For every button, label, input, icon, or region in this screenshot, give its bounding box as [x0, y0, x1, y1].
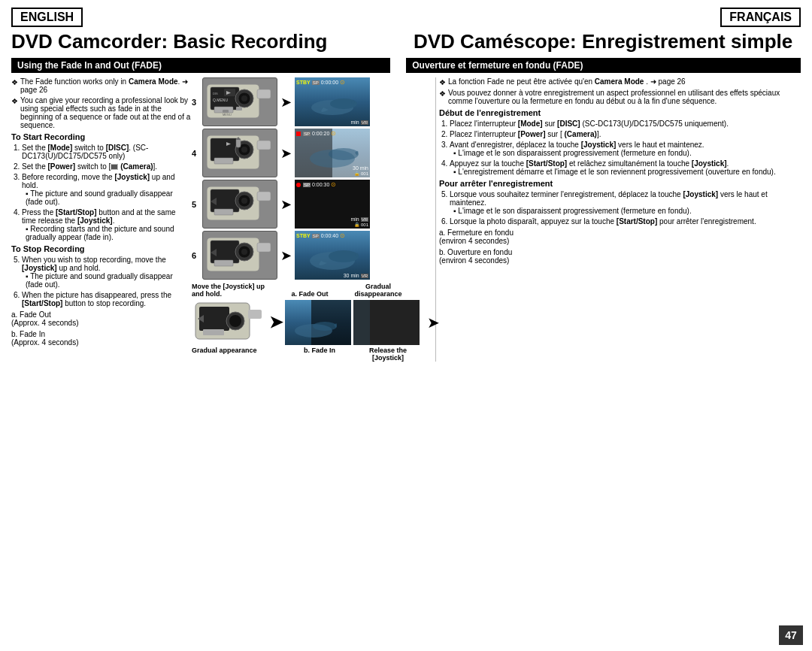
sub-list: The picture and sound gradually disappea…	[22, 189, 192, 206]
svg-text:Q.MENU: Q.MENU	[213, 98, 228, 102]
list-item: Placez l'interrupteur [Power] sur [ (Cam…	[450, 130, 801, 138]
sub-list-item: The picture and sound gradually disappea…	[26, 189, 192, 206]
hud-rec-4: SP 0:00:20 ⊙	[296, 130, 336, 137]
to-stop-heading: To Stop Recording	[11, 244, 192, 253]
svg-rect-21	[257, 141, 271, 150]
bullet-diamond: ❖	[11, 78, 18, 94]
video-screen-4: SP 0:00:20 ⊙ 30 min 🔒 001	[295, 129, 370, 177]
bullet-text: La fonction Fade ne peut être activée qu…	[448, 77, 686, 86]
svg-rect-41	[257, 243, 271, 252]
fade-in-label: b. Fade In(Approx. 4 seconds)	[11, 330, 192, 347]
gradual-disappear-label: Gradual disappearance	[345, 283, 411, 298]
page-number-badge: 47	[779, 625, 803, 645]
svg-point-40	[241, 249, 247, 255]
page: ENGLISH FRANÇAIS DVD Camcorder: Basic Re…	[0, 0, 812, 651]
english-bullet-1: ❖ The Fade function works only in Camera…	[11, 77, 192, 94]
arrow-right-4: ➤	[280, 145, 292, 162]
cam-row-5: 5 ➤	[192, 180, 432, 229]
cam-row-3: 3 Q.MENU DIS	[192, 77, 432, 126]
svg-rect-34	[214, 209, 233, 215]
french-bullet-2: ❖ Vous pouvez donner à votre enregistrem…	[439, 89, 801, 105]
list-item: Press the [Start/Stop] button and at the…	[22, 208, 192, 241]
gradual-appearance-label: Gradual appearance	[192, 347, 267, 362]
debut-list: Placez l'interrupteur [Mode] sur [DISC] …	[439, 120, 801, 176]
bottom-img-row: ➤ ➤	[192, 299, 432, 346]
list-item: Set the [Mode] switch to [DISC]. (SC-DC1…	[22, 144, 192, 160]
video-screen-6: STBY SP 0:00:40 ⊙ 30 min VR	[295, 231, 370, 280]
sub-list: L'image et le son disparaissent progress…	[450, 149, 801, 157]
fr-fade-b-label: b. Ouverture en fondu(environ 4 secondes…	[439, 248, 801, 265]
joystick-label: Move the [Joystick] up and hold.	[192, 283, 274, 298]
cam-row-6: 6 ➤	[192, 231, 432, 280]
hud-bottom-4: 30 min 🔒 001	[353, 165, 368, 176]
left-text-column: ❖ The Fade function works only in Camera…	[11, 77, 192, 362]
arreter-list: Lorsque vous souhaitez terminer l'enregi…	[439, 190, 801, 226]
english-label: ENGLISH	[11, 8, 83, 27]
svg-rect-17	[211, 138, 239, 161]
bottom-images-section: Move the [Joystick] up and hold. a. Fade…	[192, 283, 432, 362]
french-bullet-1: ❖ La fonction Fade ne peut être activée …	[439, 77, 801, 86]
bottom-label-row: Move the [Joystick] up and hold. a. Fade…	[192, 283, 432, 298]
arreter-heading: Pour arrêter l'enregistrement	[439, 179, 801, 188]
hud-rec-5: SP 0:00:30 ⊙	[296, 181, 336, 188]
bullet-text: The Fade function works only in Camera M…	[20, 77, 192, 94]
english-section-header: Using the Fade In and Out (FADE)	[11, 58, 390, 73]
list-item: Avant d'enregistrer, déplacez la touche …	[450, 141, 801, 157]
step-num-4: 4	[192, 149, 202, 158]
arrow-right-6: ➤	[280, 247, 292, 264]
sub-list-item: Recording starts and the picture and sou…	[26, 225, 192, 241]
fade-in-b-label: b. Fade In	[286, 347, 353, 362]
cam-row-4: 4 ➤	[192, 129, 432, 177]
list-item: Set the [Power] switch to [ (Camera)].	[22, 162, 192, 171]
step-num-5: 5	[192, 200, 202, 209]
arrow-right-3: ➤	[280, 94, 292, 111]
english-bullet-2: ❖ You can give your recording a professi…	[11, 96, 192, 129]
camera-bottom-svg	[192, 299, 267, 346]
svg-text:DIS: DIS	[213, 92, 218, 95]
svg-point-4	[241, 95, 247, 101]
sub-list: L'image et le son disparaissent progress…	[450, 207, 801, 215]
svg-point-32	[241, 198, 247, 204]
video-screen-3: STBY SP 0:00:00 ⊙ min VR	[295, 77, 370, 126]
right-arrow-indicator: ➤	[427, 313, 440, 332]
bottom-camera-img	[192, 299, 267, 346]
french-label: FRANÇAIS	[720, 8, 801, 27]
to-start-list: Set the [Mode] switch to [DISC]. (SC-DC1…	[11, 144, 192, 241]
english-title: DVD Camcorder: Basic Recording	[11, 30, 406, 53]
fade-out-label: a. Fade Out(Approx. 4 seconds)	[11, 310, 192, 327]
svg-rect-42	[214, 260, 233, 266]
camera-graphic	[203, 232, 275, 279]
svg-point-49	[229, 315, 241, 327]
camera-image-6	[202, 231, 277, 280]
arrow-right-5: ➤	[280, 196, 292, 213]
svg-rect-33	[257, 192, 271, 201]
bottom-img-fadeout	[285, 300, 351, 345]
camera-graphic: Q.MENU DIS MENU	[203, 78, 275, 126]
sub-list-item: L'image et le son disparaissent progress…	[453, 207, 801, 215]
sub-list-item: The picture and sound gradually disappea…	[26, 272, 192, 289]
sub-list-item: L'image et le son disparaissent progress…	[453, 149, 801, 157]
list-item: When you wish to stop recording, move th…	[22, 256, 192, 289]
hud-stby-6: STBY SP 0:00:40 ⊙	[296, 232, 345, 239]
svg-rect-50	[248, 310, 262, 319]
list-item: Before recording, move the [Joystick] up…	[22, 173, 192, 206]
sub-list: L'enregistrement démarre et l'image et l…	[450, 168, 801, 176]
svg-rect-5	[257, 89, 271, 98]
list-item: Appuyez sur la touche [Start/Stop] et re…	[450, 159, 801, 176]
dolphin-fadeout	[287, 311, 347, 341]
camera-graphic	[203, 129, 275, 177]
video-screen-5: SP 0:00:30 ⊙ min VR 🔒 001	[295, 180, 370, 229]
to-stop-list: When you wish to stop recording, move th…	[11, 256, 192, 307]
camera-image-4	[202, 129, 277, 177]
camera-graphic	[203, 180, 275, 228]
list-item: When the picture has disappeared, press …	[22, 291, 192, 307]
bottom-img-dark	[353, 300, 420, 345]
step-num-6: 6	[192, 251, 202, 260]
sub-list-item: L'enregistrement démarre et l'image et l…	[453, 168, 801, 176]
svg-point-27	[329, 148, 359, 160]
title-row: DVD Camcorder: Basic Recording DVD Camés…	[11, 30, 801, 53]
svg-rect-7	[236, 107, 242, 111]
hud-stby-3: STBY SP 0:00:00 ⊙	[296, 79, 345, 86]
french-title: DVD Caméscope: Enregistrement simple	[406, 30, 801, 53]
section-header-row: Using the Fade In and Out (FADE) Ouvertu…	[11, 58, 801, 73]
